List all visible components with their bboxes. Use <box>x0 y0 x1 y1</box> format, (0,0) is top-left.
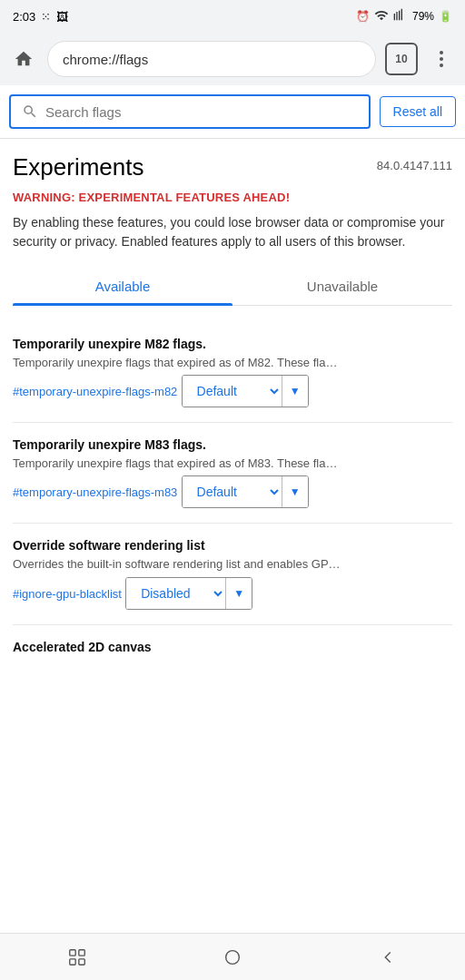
flag-description: Temporarily unexpire flags that expired … <box>13 355 452 371</box>
chevron-down-icon: ▼ <box>282 476 308 507</box>
flag-link[interactable]: #ignore-gpu-blacklist <box>13 587 122 601</box>
flag-dropdown-wrap[interactable]: Default Enabled Disabled ▼ <box>182 475 309 508</box>
tab-count-button[interactable]: 10 <box>385 43 418 75</box>
tab-available[interactable]: Available <box>13 268 232 305</box>
flag-title: Temporarily unexpire M83 flags. <box>13 437 452 452</box>
search-bar-row: Reset all <box>0 85 465 139</box>
tab-unavailable[interactable]: Unavailable <box>232 268 452 305</box>
flag-item-gpu: Override software rendering list Overrid… <box>13 524 452 624</box>
search-icon <box>22 103 38 120</box>
flag-title: Temporarily unexpire M82 flags. <box>13 337 452 351</box>
svg-rect-1 <box>79 949 84 955</box>
bottom-nav <box>0 933 465 980</box>
flag-item-canvas: Accelerated 2D canvas <box>13 625 452 672</box>
search-input[interactable] <box>45 104 358 120</box>
home-nav-button[interactable] <box>205 939 260 975</box>
main-content: Experiments 84.0.4147.111 WARNING: EXPER… <box>0 139 465 727</box>
page-title: Experiments <box>13 153 144 181</box>
overflow-menu-button[interactable] <box>427 44 456 74</box>
chevron-down-icon: ▼ <box>225 578 252 609</box>
svg-rect-0 <box>70 949 75 955</box>
tab-count-text: 10 <box>395 53 407 65</box>
recent-apps-button[interactable] <box>50 939 104 975</box>
flag-title: Override software rendering list <box>13 538 452 553</box>
wifi-icon <box>374 8 389 25</box>
warning-text: WARNING: EXPERIMENTAL FEATURES AHEAD! <box>13 191 452 204</box>
flag-link[interactable]: #temporary-unexpire-flags-m82 <box>13 385 177 398</box>
flag-dropdown-m83[interactable]: Default Enabled Disabled <box>183 476 282 507</box>
flag-dropdown-m82[interactable]: Default Enabled Disabled <box>183 376 282 407</box>
svg-rect-4 <box>226 950 240 964</box>
flag-dropdown-wrap[interactable]: Default Enabled Disabled ▼ <box>182 375 309 407</box>
status-bar: 2:03 ⁙ 🖼 ⏰ 79% 🔋 <box>0 0 465 33</box>
battery-text: 79% <box>412 10 434 23</box>
reset-all-button[interactable]: Reset all <box>380 96 456 127</box>
description-text: By enabling these features, you could lo… <box>13 213 452 251</box>
battery-icon: 🔋 <box>439 10 452 23</box>
search-input-wrap[interactable] <box>9 94 371 129</box>
signal-icon <box>393 8 408 25</box>
flag-title: Accelerated 2D canvas <box>13 640 452 654</box>
tabs-row: Available Unavailable <box>13 268 452 306</box>
address-input[interactable]: chrome://flags <box>47 41 376 77</box>
address-bar-row: chrome://flags 10 <box>0 33 465 85</box>
chevron-down-icon: ▼ <box>282 376 308 407</box>
back-button[interactable] <box>361 939 415 975</box>
flag-item-m82: Temporarily unexpire M82 flags. Temporar… <box>13 322 452 423</box>
flag-link[interactable]: #temporary-unexpire-flags-m83 <box>13 485 177 499</box>
flag-dropdown-wrap[interactable]: Default Enabled Disabled ▼ <box>125 577 252 610</box>
page-title-row: Experiments 84.0.4147.111 <box>13 153 452 181</box>
alarm-icon: ⏰ <box>356 10 370 23</box>
image-icon: 🖼 <box>56 10 68 24</box>
flag-description: Temporarily unexpire flags that expired … <box>13 456 452 472</box>
home-button[interactable] <box>9 44 38 74</box>
menu-dot <box>440 64 443 67</box>
menu-dot <box>440 51 443 54</box>
version-text: 84.0.4147.111 <box>377 159 452 172</box>
svg-rect-3 <box>79 958 84 964</box>
time-display: 2:03 <box>13 10 35 24</box>
url-text: chrome://flags <box>63 52 148 67</box>
svg-rect-2 <box>70 958 75 964</box>
flag-dropdown-gpu[interactable]: Default Enabled Disabled <box>126 578 225 609</box>
grid-icon: ⁙ <box>41 10 51 24</box>
flag-description: Overrides the built-in software renderin… <box>13 556 452 573</box>
flag-item-m83: Temporarily unexpire M83 flags. Temporar… <box>13 423 452 524</box>
menu-dot <box>440 57 443 61</box>
